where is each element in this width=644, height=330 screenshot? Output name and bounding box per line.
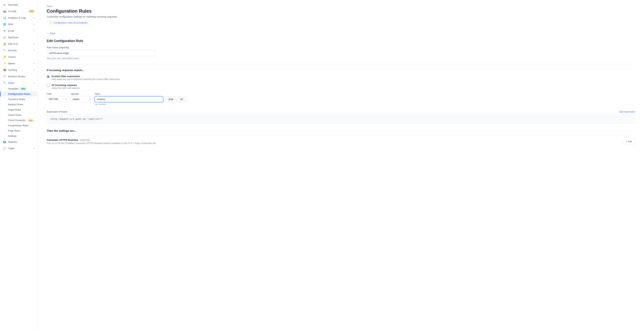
- sidebar-item-label: Speed: [8, 62, 31, 65]
- https-rewrite-info: Automatic HTTPS Rewrites (optional) Turn…: [47, 139, 156, 145]
- cloud-connector-beta-badge: Beta: [28, 119, 34, 122]
- value-group: Value e.g. /content: [94, 93, 163, 105]
- docs-link[interactable]: 📄 Configuration rules documentation: [47, 20, 90, 25]
- sidebar-sub-item-cloud-connector[interactable]: Cloud Connector Beta: [0, 118, 38, 123]
- chevron-icon: ▼: [33, 43, 35, 45]
- sidebar-sub-item-origin-rules[interactable]: Origin Rules: [0, 107, 38, 112]
- sidebar-item-network[interactable]: 🌍 Network: [0, 139, 38, 145]
- ssl-icon: 🔒: [3, 42, 6, 45]
- sidebar: ⊙ Overview 🤖 AI Audit Beta 📊 Analytics &…: [0, 0, 38, 330]
- email-icon: ✉: [3, 29, 6, 32]
- sidebar-item-label: Network: [8, 141, 35, 143]
- sidebar-sub-item-compression-rules[interactable]: Compression Rules: [0, 123, 38, 128]
- overview-icon: ⊙: [3, 3, 6, 6]
- sidebar-sub-item-configuration-rules[interactable]: Configuration Rules: [0, 91, 38, 97]
- cache-rules-label: Cache Rules: [8, 114, 21, 116]
- origin-label: Origin Rules: [8, 108, 21, 111]
- sidebar-item-dns[interactable]: 🌐 DNS ▼: [0, 21, 38, 27]
- sidebar-item-email[interactable]: ✉ Email ▼: [0, 27, 38, 34]
- sidebar-item-spectrum[interactable]: ◎ Spectrum: [0, 34, 38, 40]
- back-link[interactable]: ← Back: [47, 32, 56, 35]
- expr-preview-title: Expression Preview: [47, 110, 67, 113]
- docs-link-icon: 📄: [50, 21, 52, 24]
- match-section: If incoming requests match... Custom fil…: [47, 68, 635, 105]
- chevron-icon: ▼: [33, 17, 35, 19]
- sidebar-item-rules[interactable]: 🔧 Rules ▲: [0, 80, 38, 86]
- match-title: If incoming requests match...: [47, 68, 635, 72]
- chevron-up-icon: ▲: [33, 82, 35, 84]
- redirect-label: Redirect Rules: [8, 103, 23, 106]
- operator-col-label: Operator: [70, 93, 92, 95]
- edit-expression-link[interactable]: Edit expression: [619, 110, 635, 113]
- chevron-icon: ▼: [33, 30, 35, 32]
- sidebar-item-label: Email: [8, 29, 31, 32]
- value-col-label: Value: [94, 93, 163, 95]
- radio-custom-filter-label: Custom filter expression: [52, 75, 120, 78]
- sidebar-item-label: Spectrum: [8, 36, 35, 39]
- new-badge: New: [20, 87, 26, 90]
- main-content: Rules Configuration Rules Customize conf…: [38, 0, 644, 330]
- config-rules-label: Configuration Rules: [8, 93, 30, 95]
- sidebar-item-overview[interactable]: ⊙ Overview: [0, 1, 38, 8]
- and-button[interactable]: And: [166, 96, 176, 102]
- security-icon: 🛡: [3, 49, 6, 52]
- sidebar-sub-item-transform-rules[interactable]: Transform Rules: [0, 97, 38, 102]
- sidebar-item-label: Caching: [8, 68, 31, 71]
- add-https-rewrite-button[interactable]: + Add: [622, 139, 635, 144]
- sidebar-item-label: AI Audit: [8, 10, 26, 13]
- sidebar-item-label: Rules: [8, 82, 31, 84]
- expression-preview-section: Expression Preview Edit expression (http…: [47, 110, 635, 123]
- action-buttons: And Or: [166, 93, 186, 102]
- speed-icon: ⚡: [3, 62, 6, 65]
- divider: [47, 64, 635, 64]
- chevron-icon: ▼: [33, 147, 35, 149]
- settings-label: Settings: [8, 135, 16, 137]
- sidebar-item-access[interactable]: 🔑 Access: [0, 53, 38, 60]
- sidebar-item-workers-routes[interactable]: ⬡ Workers Routes: [0, 73, 38, 80]
- radio-all-requests-input[interactable]: [47, 84, 50, 87]
- rules-sub-menu: Templates New Configuration Rules Transf…: [0, 86, 38, 139]
- value-input[interactable]: [94, 96, 163, 102]
- sidebar-sub-item-templates[interactable]: Templates New: [0, 86, 38, 91]
- then-section: Then the settings are... Automatic HTTPS…: [47, 129, 635, 147]
- sidebar-item-label: Security: [8, 49, 31, 52]
- https-rewrite-row: Automatic HTTPS Rewrites (optional) Turn…: [47, 135, 635, 147]
- sidebar-item-label: Overview: [8, 3, 35, 6]
- sidebar-item-caching[interactable]: 📦 Caching ▼: [0, 67, 38, 73]
- field-col-label: Field: [47, 93, 68, 95]
- radio-custom-filter-input[interactable]: [47, 75, 50, 78]
- radio-all-requests[interactable]: All incoming requests Apply the rule to …: [47, 84, 635, 89]
- sidebar-sub-item-redirect-rules[interactable]: Redirect Rules: [0, 102, 38, 107]
- or-button[interactable]: Or: [177, 96, 186, 102]
- operator-select[interactable]: equals: [70, 96, 92, 102]
- page-description: Customize configuration settings for mat…: [47, 15, 635, 18]
- sidebar-item-security[interactable]: 🛡 Security ▼: [0, 47, 38, 53]
- sidebar-item-analytics-logs[interactable]: 📊 Analytics & Logs ▼: [0, 14, 38, 21]
- spectrum-icon: ◎: [3, 36, 6, 39]
- field-select[interactable]: URI Path: [47, 96, 68, 102]
- sidebar-item-label: Access: [8, 55, 35, 58]
- caching-icon: 📦: [3, 68, 6, 71]
- compression-label: Compression Rules: [8, 124, 28, 127]
- sidebar-item-ai-audit[interactable]: 🤖 AI Audit Beta: [0, 8, 38, 14]
- field-select-wrapper: URI Path ▼: [47, 96, 68, 102]
- chevron-icon: ▼: [33, 49, 35, 51]
- sidebar-item-label: Analytics & Logs: [8, 16, 31, 19]
- expression-preview-box: (http.request.uri.path eq "/metrics"): [47, 114, 635, 123]
- sidebar-item-label: Traffic: [8, 147, 31, 150]
- sidebar-item-label: Workers Routes: [8, 75, 35, 78]
- rule-name-input[interactable]: [47, 50, 155, 56]
- back-arrow-icon: ←: [47, 32, 49, 35]
- page-title: Configuration Rules: [47, 8, 635, 14]
- value-hint: e.g. /content: [94, 103, 163, 105]
- rule-name-hint: Give your rule a descriptive name.: [47, 57, 635, 60]
- sidebar-sub-item-page-rules[interactable]: Page Rules: [0, 128, 38, 133]
- sidebar-item-ssl-tls[interactable]: 🔒 SSL/TLS ▼: [0, 40, 38, 47]
- cloud-connector-label: Cloud Connector: [8, 119, 26, 122]
- sidebar-sub-item-cache-rules[interactable]: Cache Rules: [0, 112, 38, 118]
- radio-custom-filter[interactable]: Custom filter expression Only apply the …: [47, 75, 635, 80]
- sidebar-item-traffic[interactable]: 📈 Traffic ▼: [0, 145, 38, 152]
- docs-link-label: Configuration rules documentation: [54, 21, 88, 24]
- sidebar-item-speed[interactable]: ⚡ Speed ▼: [0, 60, 38, 67]
- sidebar-sub-item-settings[interactable]: Settings: [0, 133, 38, 139]
